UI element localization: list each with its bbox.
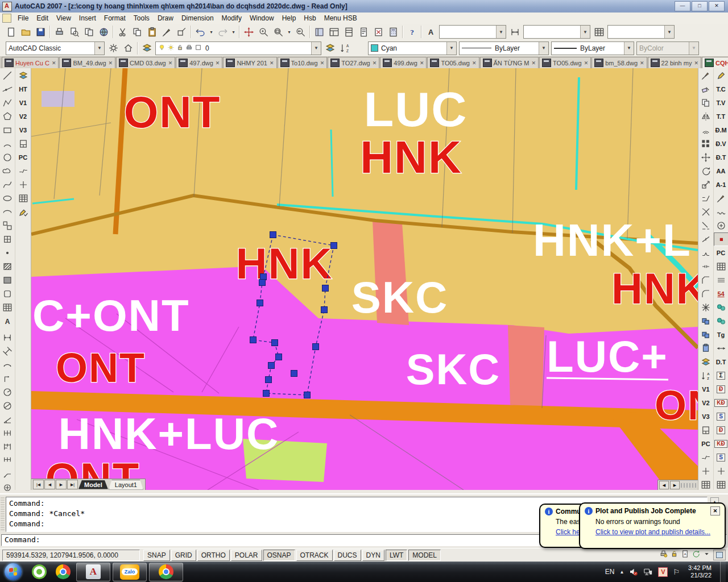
tool-button-t-v[interactable]: T.V: [714, 96, 728, 110]
chevron-down-icon[interactable]: ▼: [539, 42, 548, 55]
cut-button[interactable]: [115, 24, 130, 39]
lineweight-combo[interactable]: ByLayer ▼: [551, 41, 634, 55]
tab-model[interactable]: Model: [78, 480, 108, 489]
array-icon[interactable]: [698, 137, 713, 151]
toggle-otrack[interactable]: OTRACK: [296, 550, 333, 561]
layer-states-button[interactable]: AZ: [337, 41, 352, 56]
plus-icon[interactable]: [698, 464, 713, 478]
dim-center-icon[interactable]: [0, 481, 15, 494]
toggle-model[interactable]: MODEL: [408, 550, 441, 561]
dim-radius-icon[interactable]: [0, 385, 15, 399]
toggle-grid[interactable]: GRID: [171, 550, 196, 561]
pencil-check-icon[interactable]: [16, 205, 31, 219]
unlock-icon[interactable]: [670, 550, 679, 560]
layer-previous-button[interactable]: [322, 41, 337, 56]
point-icon[interactable]: [0, 246, 15, 260]
menu-tools[interactable]: Tools: [130, 13, 154, 23]
cloud-icon[interactable]: [0, 164, 15, 178]
my-workspace-button[interactable]: [121, 41, 135, 56]
scale-icon[interactable]: [698, 178, 713, 192]
dim-aligned-icon[interactable]: [0, 344, 15, 358]
undo-button[interactable]: [193, 24, 208, 39]
window-icon[interactable]: [698, 423, 713, 437]
blockedit-button[interactable]: [174, 24, 189, 39]
polygon-icon[interactable]: [0, 110, 15, 123]
tool-button-54[interactable]: 54: [714, 287, 728, 301]
grip-handle[interactable]: [270, 232, 276, 238]
first-tab-icon[interactable]: |◀: [33, 480, 44, 489]
preview-button[interactable]: [67, 24, 81, 39]
tool-button-đ[interactable]: Đ: [714, 423, 728, 437]
paste-n-icon[interactable]: [698, 342, 713, 355]
table-icon[interactable]: [16, 192, 31, 205]
publish-button[interactable]: [81, 24, 96, 39]
breakpt-icon[interactable]: [698, 232, 713, 246]
refresh-icon[interactable]: [692, 550, 700, 560]
command-drag-handle[interactable]: [1, 497, 5, 531]
grip-handle[interactable]: [260, 274, 267, 280]
toggle-osnap[interactable]: OSNAP: [263, 550, 295, 561]
table-icon[interactable]: [714, 260, 728, 273]
drawing-tab-nhmy-201[interactable]: NHMY 201✕: [223, 57, 276, 68]
tool-button-d-t[interactable]: D.T: [714, 355, 728, 369]
new-button[interactable]: [3, 24, 18, 39]
clean-screen-button[interactable]: [713, 550, 726, 560]
sheetset-button[interactable]: [356, 24, 371, 39]
drawing-tab-huyen-cu-c[interactable]: Huyen Cu C✕: [2, 57, 59, 68]
tool-button-v1[interactable]: V1: [698, 383, 713, 396]
tool-button-đ-v[interactable]: Đ.V: [714, 137, 728, 151]
grip-handle[interactable]: [272, 340, 278, 346]
sort-icon[interactable]: AZ: [698, 369, 713, 383]
save-button[interactable]: [33, 24, 48, 39]
text-style-combo[interactable]: ▼: [439, 25, 506, 39]
coordinates-readout[interactable]: 593914.5329, 1207941.9506, 0.0000: [2, 550, 140, 561]
redo-button[interactable]: [215, 24, 230, 39]
chevron-down-icon[interactable]: ▼: [446, 42, 456, 55]
stretch-icon[interactable]: [698, 192, 713, 205]
rotate-icon[interactable]: [698, 164, 713, 178]
move-icon[interactable]: [698, 151, 713, 164]
close-icon[interactable]: ✕: [420, 60, 424, 66]
grip-handle[interactable]: [250, 337, 257, 343]
caret-down-icon[interactable]: [702, 550, 711, 560]
grip-handle[interactable]: [304, 392, 311, 398]
line-icon[interactable]: [0, 69, 15, 82]
ellipse-icon[interactable]: [0, 192, 15, 205]
fillet-icon[interactable]: [698, 287, 713, 301]
menu-insert[interactable]: Insert: [75, 13, 100, 23]
close-icon[interactable]: ✕: [373, 60, 377, 66]
zoom-prev-button[interactable]: [293, 24, 308, 39]
drawing-tab-22-binh-my[interactable]: 22 binh my✕: [648, 57, 701, 68]
minimize-button[interactable]: —: [675, 1, 690, 11]
menu-window[interactable]: Window: [246, 13, 278, 23]
spline-icon[interactable]: [0, 178, 15, 192]
chevron-down-icon[interactable]: ▼: [311, 42, 321, 55]
dim-style-icon[interactable]: [507, 24, 522, 39]
chevron-down-icon[interactable]: ▼: [496, 26, 506, 38]
extend-icon[interactable]: [698, 219, 713, 232]
menu-modify[interactable]: Modify: [218, 13, 246, 23]
gradient-icon[interactable]: [0, 273, 15, 287]
drawing-tab--n-t-ng-m[interactable]: ẤN TỪNG M✕: [480, 57, 539, 68]
plus-icon[interactable]: [714, 464, 728, 478]
tool-button-pc[interactable]: PC: [698, 437, 713, 451]
linetype-combo[interactable]: ByLayer ▼: [459, 41, 549, 55]
dim-angular-icon[interactable]: [0, 413, 15, 426]
color-combo[interactable]: Cyan ▼: [368, 41, 457, 55]
grip-handle[interactable]: [322, 285, 329, 292]
red-dot-icon[interactable]: [714, 232, 728, 246]
dim-style-combo[interactable]: ▼: [523, 25, 590, 39]
network-icon[interactable]: [643, 567, 653, 576]
chevron-down-icon[interactable]: ▼: [94, 42, 104, 55]
taskbar-clock[interactable]: 3:42 PM 21/3/22: [688, 564, 712, 579]
menu-hsb[interactable]: Hsb: [300, 13, 320, 23]
menu-format[interactable]: Format: [100, 13, 130, 23]
dcenter-button[interactable]: [326, 24, 341, 39]
grip-handle[interactable]: [276, 354, 282, 360]
taskbar-coccoc-icon[interactable]: [27, 563, 51, 581]
tool-button-a-1[interactable]: A-1: [714, 178, 728, 192]
region-icon[interactable]: [0, 287, 15, 301]
tool-button-v2[interactable]: V2: [16, 110, 31, 123]
plot-tray-icon[interactable]: [659, 550, 668, 560]
tool-button-pc[interactable]: PC: [16, 151, 31, 164]
